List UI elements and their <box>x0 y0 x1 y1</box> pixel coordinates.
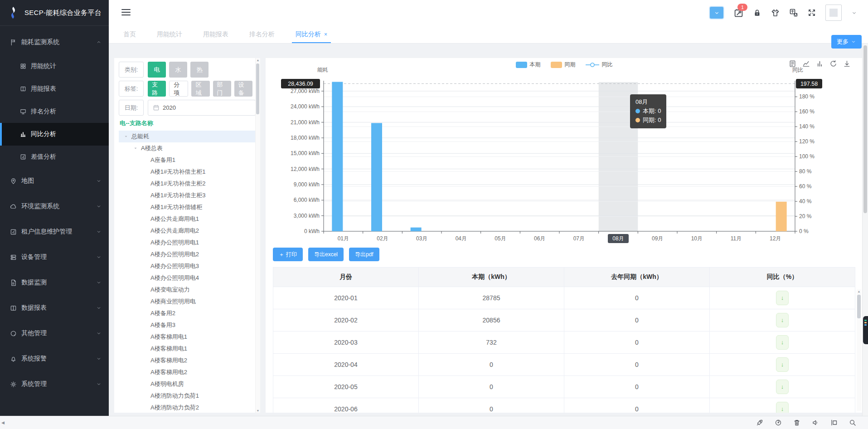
trend-cell: ↓ <box>710 398 855 413</box>
tree-leaf[interactable]: A楼1#无功补偿主柜2 <box>119 178 256 190</box>
tree-leaf[interactable]: A楼办公照明用电3 <box>119 260 256 272</box>
chevron-down-icon <box>96 254 102 260</box>
tree-leaf[interactable]: A楼变电室动力 <box>119 284 256 296</box>
export-excel-button[interactable]: 导出excel <box>308 248 344 261</box>
export-pdf-button[interactable]: 导出pdf <box>349 248 379 261</box>
tree-leaf[interactable]: A楼1#无功补偿主柜1 <box>119 166 256 178</box>
tab-home[interactable]: 首页 <box>123 25 136 43</box>
header-icon-group: 1 <box>709 0 857 25</box>
tree-leaf[interactable]: A楼备用2 <box>119 307 256 319</box>
floating-widget-handle[interactable] <box>863 316 868 344</box>
footer-dashboard-button[interactable] <box>775 419 782 426</box>
tree-leaf[interactable]: A楼消防动力负荷1 <box>119 390 256 402</box>
tag-option-3[interactable]: 部门 <box>213 81 231 97</box>
sidebar-item-system-alarm[interactable]: 系统报警 <box>0 346 109 371</box>
tree-leaf[interactable]: A楼办公照明用电4 <box>119 272 256 284</box>
docedit-icon <box>20 154 26 160</box>
fullscreen-button[interactable] <box>808 9 816 17</box>
tag-option-1[interactable]: 分项 <box>169 81 188 97</box>
tree-leaf[interactable]: A楼公共走廊用电2 <box>119 225 256 237</box>
chevron-down-icon <box>96 305 102 311</box>
sidebar-item-map[interactable]: 地图 <box>0 168 109 194</box>
toolbox-switch-line-chart-button[interactable] <box>802 60 810 68</box>
user-avatar[interactable] <box>825 5 842 21</box>
tab-energy-stats[interactable]: 用能统计 <box>157 25 182 43</box>
tree-leaf[interactable]: A座备用1 <box>119 154 256 166</box>
tree-leaf[interactable]: A楼弱电机房 <box>119 378 256 390</box>
sidebar-item-data-monitor[interactable]: 数据监测 <box>0 270 109 295</box>
toolbox-data-view-button[interactable] <box>789 60 796 68</box>
lock-screen-button[interactable] <box>753 9 761 17</box>
tree-leaf[interactable]: A楼商业照明用电 <box>119 296 256 307</box>
save-image-icon <box>843 60 851 68</box>
yoy-chart: 本期同期同比 0 kWh3,000 kWh6,000 kWh9,000 kWh1… <box>266 58 863 245</box>
footer-rocket-button[interactable] <box>756 419 763 426</box>
tree-node-root[interactable]: 总能耗 <box>119 131 256 142</box>
caret-down-icon <box>124 134 128 139</box>
tree-leaf[interactable]: A楼客梯用电1 <box>119 343 256 355</box>
tab-ranking-analysis[interactable]: 排名分析 <box>249 25 275 43</box>
category-option-0[interactable]: 电 <box>148 62 166 78</box>
sidebar-item-other-mgmt[interactable]: 其他管理 <box>0 321 109 346</box>
tag-option-0[interactable]: 支路 <box>148 81 166 97</box>
sidebar-item-yoy-analysis[interactable]: 同比分析 <box>0 123 109 146</box>
legend-benqi[interactable]: 本期 <box>516 61 541 68</box>
theme-button[interactable] <box>771 9 780 17</box>
sidebar-item-energy-stats[interactable]: 用能统计 <box>0 55 109 78</box>
tag-option-2[interactable]: 区域 <box>191 81 209 97</box>
tree-leaf[interactable]: A楼消防动力负荷2 <box>119 402 256 413</box>
footer-window-button[interactable] <box>830 419 838 426</box>
tag-option-4[interactable]: 设备 <box>234 81 252 97</box>
tree-node-group[interactable]: A楼总表 <box>119 142 256 154</box>
sidebar-item-diff-analysis[interactable]: 差值分析 <box>0 146 109 168</box>
category-option-2[interactable]: 热 <box>190 62 209 78</box>
sidebar-item-energy-report[interactable]: 用能报表 <box>0 78 109 100</box>
tree-scrollbar[interactable]: ▲ ▼ <box>255 58 260 413</box>
legend-tongqi[interactable]: 同期 <box>551 61 576 68</box>
toolbox-save-image-button[interactable] <box>843 60 851 68</box>
toolbox-switch-bar-chart-button[interactable] <box>816 60 824 68</box>
footer-speaker-button[interactable] <box>812 419 819 426</box>
tab-close-icon[interactable]: × <box>324 31 327 38</box>
user-menu-caret[interactable] <box>851 10 857 16</box>
tree-leaf[interactable]: A楼备用3 <box>119 319 256 331</box>
sidebar-item-energy-monitoring[interactable]: 能耗监测系统 <box>0 29 109 55</box>
category-option-1[interactable]: 水 <box>169 62 187 78</box>
hamburger-menu-button[interactable] <box>121 9 131 17</box>
top-header: 1 <box>109 0 868 25</box>
tree-leaf[interactable]: A楼客梯用电1 <box>119 331 256 343</box>
more-button[interactable]: 更多 <box>831 35 862 49</box>
trash-icon <box>793 419 800 426</box>
legend-tongbi[interactable]: 同比 <box>586 61 613 68</box>
tab-energy-report[interactable]: 用能报表 <box>203 25 228 43</box>
footer-search-button[interactable] <box>849 419 856 426</box>
footer-trash-button[interactable] <box>793 419 800 426</box>
language-button[interactable] <box>789 8 798 17</box>
sidebar-item-device-mgmt[interactable]: 设备管理 <box>0 244 109 270</box>
sidebar-item-tenant-info[interactable]: 租户信息维护管理 <box>0 219 109 244</box>
sidebar-item-system-mgmt[interactable]: 系统管理 <box>0 371 109 397</box>
scroll-left-arrow[interactable]: ◀ <box>1 420 5 425</box>
ops-tools-button[interactable]: 1 <box>734 8 743 18</box>
table-scrollbar[interactable]: ▲ <box>857 289 861 411</box>
tree-leaf[interactable]: A楼客梯用电2 <box>119 355 256 366</box>
year-picker-input[interactable]: 2020 <box>148 100 256 116</box>
tree-expand-caret-icon[interactable] <box>124 134 128 139</box>
print-button[interactable]: ＋打印 <box>273 248 303 261</box>
sidebar-item-ranking-analysis[interactable]: 排名分析 <box>0 100 109 123</box>
collapse-dropdown-button[interactable] <box>709 6 724 20</box>
tree-leaf[interactable]: A楼办公照明用电2 <box>119 249 256 260</box>
switch-bar-chart-icon <box>816 60 824 68</box>
sidebar-item-data-report[interactable]: 数据报表 <box>0 295 109 321</box>
chevron-down-icon <box>96 280 102 285</box>
tree-leaf[interactable]: A楼1#无功补偿辅柜 <box>119 201 256 213</box>
tree-leaf[interactable]: A楼1#无功补偿主柜3 <box>119 190 256 201</box>
tab-yoy-analysis[interactable]: 同比分析× <box>296 25 327 43</box>
tree-leaf[interactable]: A楼公共走廊用电1 <box>119 213 256 225</box>
tree-leaf[interactable]: A楼客梯用电2 <box>119 366 256 378</box>
page-scrollbar[interactable] <box>862 44 868 416</box>
tree-leaf[interactable]: A楼办公照明用电1 <box>119 237 256 249</box>
sidebar-item-env-monitoring[interactable]: 环境监测系统 <box>0 194 109 219</box>
tree-expand-caret-icon[interactable] <box>133 146 138 151</box>
toolbox-restore-button[interactable] <box>829 60 837 68</box>
